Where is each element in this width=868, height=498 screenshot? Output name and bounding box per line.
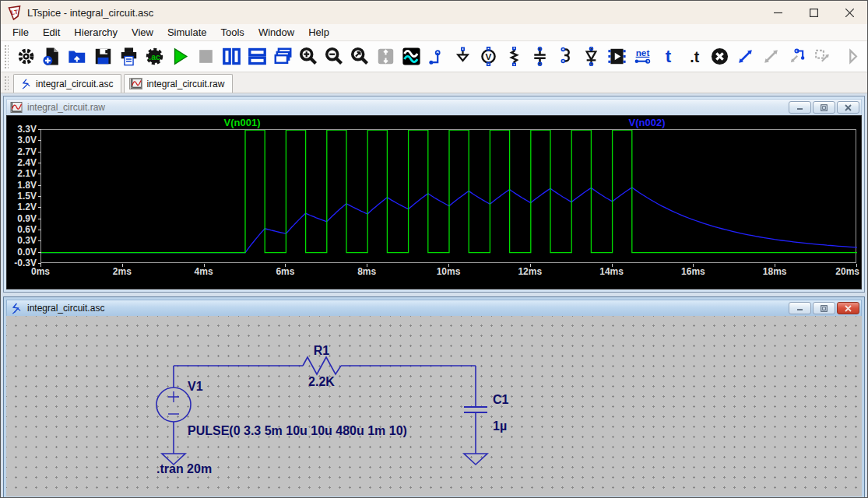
y-axis-label: 3.0V [7, 135, 37, 146]
waveform-pane[interactable]: V(n001) V(n002) 3.3V3.0V2.7V2.4V2.1V1.8V… [6, 115, 862, 289]
menu-hierarchy[interactable]: Hierarchy [67, 25, 125, 40]
inductor-icon[interactable] [553, 44, 578, 69]
toolbar-grip[interactable] [4, 44, 9, 69]
waveform-plot[interactable] [40, 129, 856, 263]
capacitor-symbol[interactable] [464, 407, 487, 412]
capacitor-icon[interactable] [527, 44, 553, 69]
tile-horizontal-icon[interactable] [244, 44, 270, 69]
tab-integral-circuit-asc[interactable]: integral_circuit.asc [13, 74, 121, 93]
move-icon[interactable] [733, 44, 758, 69]
component-ref[interactable]: C1 [493, 393, 509, 406]
ground-symbol[interactable] [464, 454, 487, 465]
close-button[interactable] [837, 302, 859, 314]
menu-tools[interactable]: Tools [214, 25, 251, 40]
trace-label-vn002[interactable]: V(n002) [619, 117, 675, 128]
zoom-out-icon[interactable] [322, 44, 347, 69]
menu-bar: FileEditHierarchyViewSimulateToolsWindow… [1, 24, 867, 41]
schematic-drawing: V1 PULSE(0 3.3 5m 10u 10u 480u 1m 10) R1… [6, 316, 862, 496]
menu-file[interactable]: File [5, 25, 36, 40]
component-value[interactable]: 1µ [493, 419, 507, 433]
autorange-icon[interactable] [399, 44, 424, 69]
x-axis-tick [612, 264, 613, 267]
ac-analysis-icon[interactable]: .ac [142, 44, 167, 69]
pan-icon[interactable] [373, 44, 399, 69]
ltspice-logo-icon: LT [7, 5, 22, 20]
minimize-button[interactable] [760, 1, 796, 24]
open-icon[interactable] [65, 44, 90, 69]
waveform-window-icon [10, 102, 23, 114]
window-title: LTspice - integral_circuit.asc [27, 7, 153, 19]
zoom-in-icon[interactable] [296, 44, 322, 69]
text-icon[interactable]: t [655, 44, 681, 69]
drag-icon[interactable] [758, 44, 784, 69]
y-axis-label: 1.8V [7, 180, 37, 191]
restore-button[interactable] [813, 101, 835, 114]
y-axis-label: 1.5V [7, 191, 37, 202]
print-icon[interactable] [116, 44, 142, 69]
run-icon[interactable] [167, 44, 193, 69]
waveform-window-title: integral_circuit.raw [27, 102, 105, 113]
resistor-symbol[interactable] [303, 357, 341, 374]
y-axis-tick [38, 152, 41, 153]
waveform-titlebar[interactable]: integral_circuit.raw [6, 99, 862, 115]
spice-directive-text[interactable]: .tran 20m [156, 462, 212, 475]
diode-icon[interactable] [578, 44, 604, 69]
component-icon[interactable] [604, 44, 630, 69]
y-axis-label: 1.2V [7, 202, 37, 212]
component-ref[interactable]: R1 [314, 344, 330, 357]
menu-edit[interactable]: Edit [36, 25, 67, 40]
duplicate-icon[interactable] [810, 44, 835, 69]
tabbar-grip[interactable] [4, 75, 9, 91]
menu-simulate[interactable]: Simulate [160, 25, 214, 40]
menu-view[interactable]: View [125, 25, 160, 40]
cascade-icon[interactable] [270, 44, 296, 69]
net-label-icon[interactable]: net [630, 44, 655, 69]
x-axis-label: 8ms [350, 266, 384, 277]
tile-vertical-icon[interactable] [219, 44, 244, 69]
toolbar: .acVnett.t [1, 41, 867, 72]
menu-help[interactable]: Help [301, 25, 336, 40]
main-titlebar[interactable]: LT LTspice - integral_circuit.asc [1, 1, 867, 24]
resistor-icon[interactable] [501, 44, 527, 69]
component-value[interactable]: PULSE(0 3.3 5m 10u 10u 480u 1m 10) [188, 424, 407, 437]
voltage-source-icon[interactable]: V [476, 44, 501, 69]
schematic-titlebar[interactable]: integral_circuit.asc [6, 300, 862, 316]
y-axis-label: 0.6V [7, 224, 37, 235]
control-panel-icon[interactable] [13, 44, 39, 69]
x-axis-tick [204, 264, 205, 267]
x-axis-label: 14ms [595, 266, 629, 277]
x-axis-label: 18ms [757, 266, 792, 277]
halt-icon[interactable] [193, 44, 219, 69]
x-axis-tick [775, 264, 775, 267]
tab-integral-circuit-raw[interactable]: integral_circuit.raw [124, 74, 233, 93]
minimize-button[interactable] [789, 101, 811, 114]
wire-icon[interactable] [424, 44, 450, 69]
schematic-canvas[interactable]: V1 PULSE(0 3.3 5m 10u 10u 480u 1m 10) R1… [6, 316, 862, 496]
component-value[interactable]: 2.2K [308, 375, 335, 388]
x-axis-tick [122, 264, 123, 267]
new-schematic-icon[interactable] [39, 44, 65, 69]
restore-button[interactable] [813, 302, 835, 314]
edge-arrow-icon[interactable] [835, 44, 861, 69]
ground-icon[interactable] [450, 44, 476, 69]
spice-directive-icon[interactable]: .t [681, 44, 707, 69]
save-icon[interactable] [90, 44, 116, 69]
x-axis-label: 2ms [105, 266, 139, 277]
component-ref[interactable]: V1 [188, 380, 203, 393]
menu-window[interactable]: Window [251, 25, 301, 40]
zoom-extents-icon[interactable] [347, 44, 373, 69]
delete-icon[interactable] [707, 44, 733, 69]
x-axis-label: 4ms [187, 266, 221, 277]
svg-text:LT: LT [10, 8, 18, 16]
maximize-button[interactable] [796, 1, 831, 24]
minimize-button[interactable] [789, 302, 811, 314]
stretch-net-icon[interactable] [784, 44, 810, 69]
x-axis-tick [530, 264, 531, 267]
close-button[interactable] [837, 101, 859, 114]
y-axis-label: 0.3V [7, 235, 37, 246]
y-axis-tick [38, 140, 41, 141]
close-button[interactable] [831, 1, 867, 24]
y-axis-label: 0.9V [7, 213, 37, 224]
trace-label-vn001[interactable]: V(n001) [214, 117, 270, 128]
x-axis-label: 0ms [23, 266, 58, 277]
